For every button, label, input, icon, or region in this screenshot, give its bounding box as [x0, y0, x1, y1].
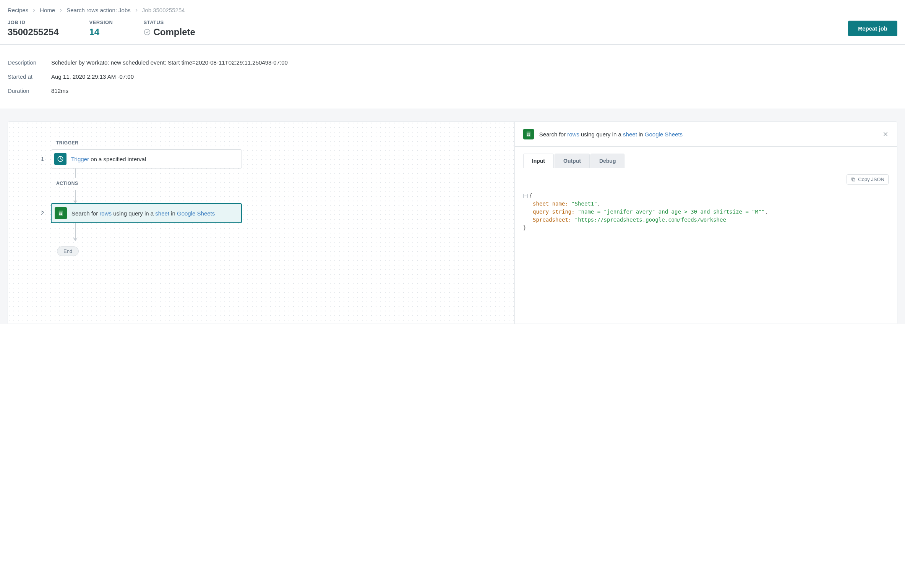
json-string: "Sheet1" [571, 201, 597, 207]
breadcrumb-recipes[interactable]: Recipes [8, 7, 28, 13]
status-text: Complete [154, 27, 195, 37]
action-step-text: Search for rows using query in a sheet i… [71, 210, 215, 217]
step-keyword: Google Sheets [177, 210, 215, 217]
json-key: query_string: [533, 209, 575, 215]
job-details: Description Scheduler by Workato: new sc… [0, 45, 905, 109]
repeat-job-button[interactable]: Repeat job [848, 21, 897, 36]
step-row: 1 Trigger on a specified interval [19, 149, 503, 168]
json-string: "name = "jennifer avery" and age > 30 an… [578, 209, 765, 215]
title-part: using query in a [579, 131, 623, 138]
recipe-flow-panel: TRIGGER 1 Trigger on a specified interva… [8, 122, 515, 324]
version-value[interactable]: 14 [89, 27, 113, 37]
step-text-part: in [169, 210, 177, 217]
flow-connector [75, 223, 76, 241]
started-at-label: Started at [8, 73, 51, 80]
step-keyword: rows [99, 210, 112, 217]
flow-end-chip: End [57, 246, 79, 256]
side-panel-title: Search for rows using query in a sheet i… [539, 131, 877, 138]
check-circle-icon [144, 29, 151, 36]
json-key: sheet_name: [533, 201, 568, 207]
job-lower-area: TRIGGER 1 Trigger on a specified interva… [0, 109, 905, 324]
svg-point-0 [144, 29, 150, 35]
title-part: Search for [539, 131, 567, 138]
tab-output[interactable]: Output [555, 154, 590, 168]
description-value: Scheduler by Workato: new scheduled even… [51, 59, 288, 66]
step-number: 2 [19, 210, 44, 216]
flow-connector [75, 168, 76, 178]
json-key: Spreadsheet: [533, 217, 571, 223]
copy-json-label: Copy JSON [858, 177, 884, 182]
step-number: 1 [19, 156, 44, 162]
step-text-rest: on a specified interval [89, 156, 146, 162]
version-label: VERSION [89, 19, 113, 25]
status-value: Complete [144, 27, 195, 37]
json-string: "https://spreadsheets.google.com/feeds/w… [575, 217, 726, 223]
copy-icon [851, 177, 856, 182]
tab-input[interactable]: Input [523, 154, 554, 168]
breadcrumb-current: Job 3500255254 [142, 7, 185, 13]
title-part: in [637, 131, 645, 138]
trigger-section-label: TRIGGER [56, 140, 503, 146]
action-step-card[interactable]: Search for rows using query in a sheet i… [51, 203, 242, 223]
title-keyword: sheet [623, 131, 637, 138]
trigger-step-text: Trigger on a specified interval [71, 156, 146, 162]
flow-connector [75, 190, 76, 203]
breadcrumb-jobs[interactable]: Search rows action: Jobs [66, 7, 131, 13]
clock-icon [54, 153, 66, 165]
metric-version: VERSION 14 [89, 19, 113, 37]
jobid-value: 3500255254 [8, 27, 58, 37]
side-panel-tabs: Input Output Debug [515, 147, 897, 168]
step-keyword: Trigger [71, 156, 89, 162]
job-header: Recipes Home Search rows action: Jobs Jo… [0, 0, 905, 45]
duration-label: Duration [8, 87, 51, 94]
breadcrumb: Recipes Home Search rows action: Jobs Jo… [8, 7, 897, 13]
json-comma: , [597, 201, 600, 207]
duration-value: 812ms [51, 87, 68, 94]
side-panel-header: Search for rows using query in a sheet i… [515, 122, 897, 147]
metric-jobid: JOB ID 3500255254 [8, 19, 58, 37]
breadcrumb-home[interactable]: Home [40, 7, 55, 13]
json-brace: } [523, 225, 526, 231]
status-label: STATUS [144, 19, 195, 25]
title-keyword: Google Sheets [645, 131, 683, 138]
jobid-label: JOB ID [8, 19, 58, 25]
close-icon[interactable] [882, 131, 889, 137]
chevron-right-icon [31, 8, 37, 13]
step-text-part: Search for [71, 210, 99, 217]
google-sheets-icon [523, 129, 534, 139]
input-json-viewer: Copy JSON −{ sheet_name: "Sheet1", query… [515, 168, 897, 248]
step-text-part: using query in a [112, 210, 155, 217]
chevron-right-icon [58, 8, 63, 13]
step-keyword: sheet [155, 210, 169, 217]
tab-debug[interactable]: Debug [590, 154, 625, 168]
description-label: Description [8, 59, 51, 66]
started-at-value: Aug 11, 2020 2:29:13 AM -07:00 [51, 73, 134, 80]
json-comma: , [765, 209, 768, 215]
google-sheets-icon [55, 207, 67, 219]
copy-json-button[interactable]: Copy JSON [847, 174, 889, 185]
svg-rect-12 [853, 178, 855, 181]
json-collapse-toggle[interactable]: − [523, 194, 528, 198]
actions-section-label: ACTIONS [56, 181, 503, 186]
title-keyword: rows [567, 131, 579, 138]
chevron-right-icon [134, 8, 139, 13]
trigger-step-card[interactable]: Trigger on a specified interval [51, 149, 242, 168]
step-details-panel: Search for rows using query in a sheet i… [515, 122, 897, 324]
metric-status: STATUS Complete [144, 19, 195, 37]
job-metrics: JOB ID 3500255254 VERSION 14 STATUS Comp… [8, 19, 195, 37]
svg-rect-13 [852, 178, 855, 180]
step-row: 2 Search for rows using query in a sheet… [19, 203, 503, 223]
json-brace: { [529, 193, 532, 199]
